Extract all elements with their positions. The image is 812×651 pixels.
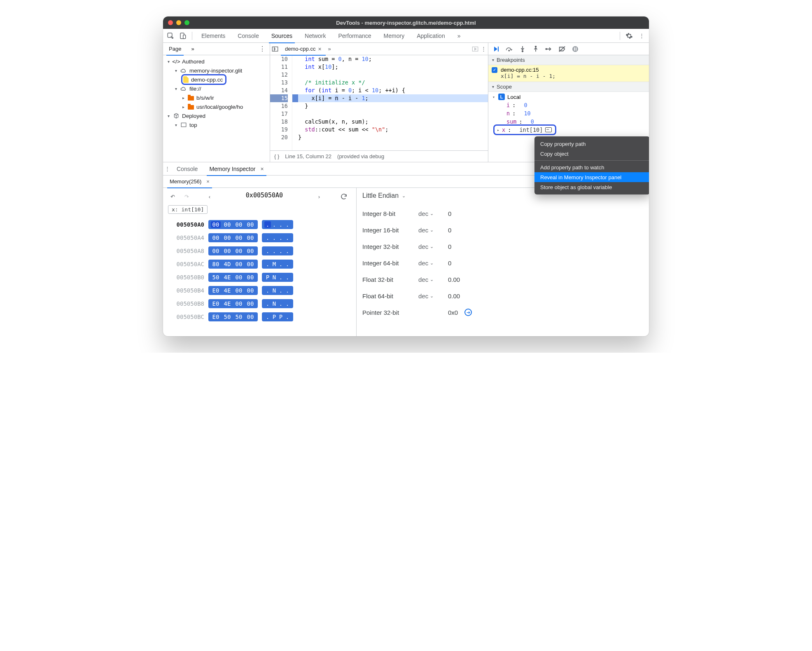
inspect-element-icon[interactable]: [165, 30, 176, 42]
drawer-menu-icon[interactable]: ⋮: [165, 166, 170, 172]
hex-table[interactable]: 005050A000000000....005050A400000000....…: [163, 218, 356, 323]
tree-file-scheme[interactable]: file://: [163, 84, 270, 93]
tab-performance[interactable]: Performance: [332, 29, 377, 43]
tabs-overflow[interactable]: »: [452, 29, 467, 43]
pretty-print-icon[interactable]: { }: [274, 153, 279, 159]
scope-var-i[interactable]: i: 0: [488, 101, 649, 109]
value-row: Float 32-bitdec ⌄0.00: [362, 271, 643, 288]
toggle-navigator-icon[interactable]: [272, 46, 278, 52]
redo-icon[interactable]: ↷: [182, 192, 191, 201]
memory-tab[interactable]: Memory(256)×: [166, 176, 214, 188]
tab-application[interactable]: Application: [411, 29, 451, 43]
value-readout: 0.00: [448, 293, 460, 300]
code-body[interactable]: int sum = 0, n = 10; int x[10]; /* initi…: [292, 55, 488, 150]
value-format-select[interactable]: dec ⌄: [418, 227, 441, 234]
step-icon[interactable]: [545, 45, 553, 53]
navigator-menu-icon[interactable]: ⋮: [257, 45, 268, 53]
execution-line: x[i] = n - i - 1;: [292, 94, 488, 102]
tree-folder-b[interactable]: usr/local/google/ho: [163, 102, 270, 111]
tab-sources[interactable]: Sources: [266, 29, 298, 43]
tab-elements[interactable]: Elements: [196, 29, 231, 43]
memory-hex-view: ↶ ↷ ‹ 0x005050A0 › x: int[10] 005050A000…: [163, 188, 357, 336]
tree-file-selected[interactable]: demo-cpp.cc: [163, 75, 270, 84]
page-next-icon[interactable]: ›: [315, 192, 324, 201]
editor-tab-more[interactable]: »: [328, 46, 331, 52]
drawer-tab-memory-inspector[interactable]: Memory Inspector×: [204, 162, 268, 176]
value-format-select[interactable]: dec ⌄: [418, 243, 441, 250]
hex-row[interactable]: 005050AC804D0000.M..: [167, 258, 352, 271]
address-input[interactable]: 0x005050A0: [219, 191, 310, 202]
menu-copy-object[interactable]: Copy object: [534, 149, 649, 159]
svg-rect-13: [576, 47, 576, 51]
resume-icon[interactable]: [492, 45, 500, 53]
memory-nav: ↶ ↷ ‹ 0x005050A0 ›: [163, 188, 356, 205]
hex-row[interactable]: 005050A400000000....: [167, 231, 352, 244]
hex-ascii: .N..: [262, 299, 293, 308]
device-toolbar-icon[interactable]: [177, 30, 189, 42]
step-out-icon[interactable]: [532, 45, 539, 53]
tab-network[interactable]: Network: [299, 29, 331, 43]
run-snippet-icon[interactable]: [472, 46, 478, 52]
tree-domain[interactable]: memory-inspector.glit: [163, 66, 270, 75]
close-icon[interactable]: ×: [206, 178, 210, 185]
pause-on-exceptions-icon[interactable]: [572, 45, 579, 53]
scope-var-n[interactable]: n: 10: [488, 109, 649, 117]
folder-icon: [188, 105, 194, 110]
breakpoint-item[interactable]: ✓demo-cpp.cc:15 x[i] = n - i - 1;: [488, 65, 649, 82]
scope-local[interactable]: LLocal: [488, 93, 649, 101]
undo-icon[interactable]: ↶: [168, 192, 177, 201]
menu-store-global[interactable]: Store object as global variable: [534, 182, 649, 192]
tree-deployed[interactable]: Deployed: [163, 111, 270, 120]
chevron-down-icon: ⌄: [430, 293, 434, 299]
scope-header[interactable]: Scope: [488, 82, 649, 92]
breakpoint-checkbox[interactable]: ✓: [492, 67, 497, 73]
code-editor[interactable]: 1011121314151617181920 int sum = 0, n = …: [270, 55, 488, 150]
devtools-window: DevTools - memory-inspector.glitch.me/de…: [163, 16, 649, 336]
step-over-icon[interactable]: [506, 45, 513, 53]
hex-row[interactable]: 005050BCE0505000.PP.: [167, 310, 352, 323]
code-brackets-icon: </>: [173, 58, 180, 65]
deactivate-breakpoints-icon[interactable]: [558, 45, 566, 53]
refresh-icon[interactable]: [339, 192, 348, 201]
hex-row[interactable]: 005050A800000000....: [167, 244, 352, 258]
menu-add-watch[interactable]: Add property path to watch: [534, 162, 649, 172]
hex-row[interactable]: 005050A000000000....: [167, 218, 352, 231]
hex-row[interactable]: 005050B8E04E0000.N..: [167, 297, 352, 310]
tab-memory[interactable]: Memory: [378, 29, 411, 43]
tree-folder-a[interactable]: b/s/w/ir: [163, 93, 270, 102]
navigator-tab-more[interactable]: »: [187, 43, 198, 55]
scope-section: LLocal i: 0 n: 10 sum: 0 x: int[10] Copy…: [488, 92, 649, 136]
navigator-pane: Page » ⋮ </>Authored memory-inspector.gl…: [163, 43, 270, 162]
close-icon[interactable]: ×: [318, 46, 321, 52]
hex-address: 005050B4: [167, 287, 204, 294]
step-into-icon[interactable]: [519, 45, 526, 53]
tab-console[interactable]: Console: [232, 29, 264, 43]
navigator-tab-page[interactable]: Page: [165, 43, 185, 55]
chevron-down-icon: ⌄: [430, 277, 434, 282]
hex-address: 005050A0: [167, 221, 204, 228]
value-format-select[interactable]: dec ⌄: [418, 293, 441, 300]
close-icon[interactable]: ×: [260, 166, 264, 172]
menu-reveal-memory-inspector[interactable]: Reveal in Memory Inspector panel: [534, 172, 649, 182]
jump-to-address-icon[interactable]: ➔: [464, 309, 472, 316]
editor-menu-icon[interactable]: ⋮: [481, 46, 486, 52]
kebab-menu-icon[interactable]: ⋮: [636, 30, 647, 42]
breakpoints-header[interactable]: Breakpoints: [488, 55, 649, 65]
memory-inspector-icon[interactable]: [545, 127, 552, 132]
object-tag[interactable]: x: int[10]: [168, 205, 208, 214]
settings-icon[interactable]: [623, 30, 635, 42]
value-format-select[interactable]: dec ⌄: [418, 276, 441, 283]
menu-copy-property-path[interactable]: Copy property path: [534, 139, 649, 149]
scope-var-x[interactable]: x: int[10] Copy property path Copy objec…: [488, 126, 649, 134]
page-prev-icon[interactable]: ‹: [205, 192, 214, 201]
value-row: Integer 32-bitdec ⌄0: [362, 238, 643, 255]
tree-top[interactable]: top: [163, 120, 270, 129]
tree-authored[interactable]: </>Authored: [163, 57, 270, 66]
editor-tab[interactable]: demo-cpp.cc×: [281, 43, 326, 55]
svg-point-9: [535, 46, 537, 47]
drawer-tab-console[interactable]: Console: [172, 162, 203, 176]
value-format-select[interactable]: dec ⌄: [418, 210, 441, 217]
value-format-select[interactable]: dec ⌄: [418, 260, 441, 267]
hex-row[interactable]: 005050B0504E0000PN..: [167, 271, 352, 284]
hex-row[interactable]: 005050B4E04E0000.N..: [167, 284, 352, 297]
